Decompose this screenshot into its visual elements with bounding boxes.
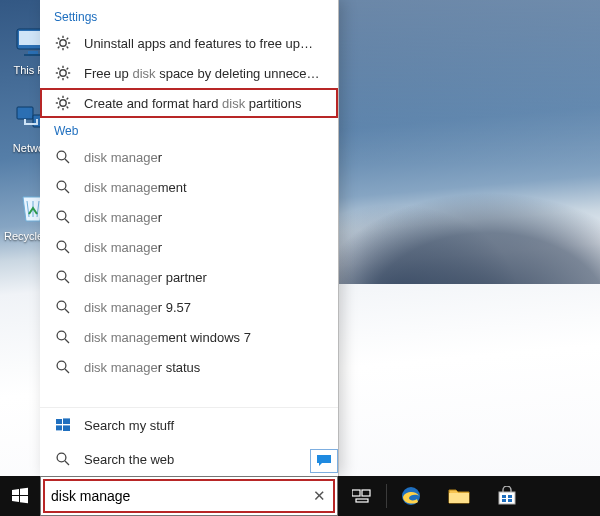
web-result[interactable]: disk manager (40, 232, 338, 262)
svg-point-33 (57, 151, 66, 160)
store-icon (497, 486, 517, 506)
svg-line-23 (58, 77, 60, 79)
search-icon (54, 178, 72, 196)
windows-logo-icon (11, 487, 29, 505)
svg-line-40 (65, 249, 69, 253)
svg-rect-59 (449, 493, 469, 503)
svg-line-42 (65, 279, 69, 283)
task-view-icon (352, 488, 372, 504)
taskbar-task-view[interactable] (338, 476, 386, 516)
taskbar-edge[interactable] (387, 476, 435, 516)
result-label: Uninstall apps and features to free up… (84, 36, 324, 51)
feedback-button[interactable] (310, 449, 338, 473)
web-result[interactable]: disk manager (40, 142, 338, 172)
result-label: disk manager status (84, 360, 324, 375)
search-icon (54, 298, 72, 316)
svg-line-11 (58, 38, 60, 40)
svg-marker-67 (12, 496, 19, 502)
result-label: disk manager (84, 210, 324, 225)
start-button[interactable] (0, 476, 40, 516)
svg-point-37 (57, 211, 66, 220)
search-icon (54, 358, 72, 376)
web-result[interactable]: disk manager 9.57 (40, 292, 338, 322)
gear-icon (54, 64, 72, 82)
results-section-settings: Settings (40, 4, 338, 28)
svg-rect-4 (17, 107, 33, 119)
svg-line-29 (58, 98, 60, 100)
svg-point-45 (57, 331, 66, 340)
result-label: disk manager partner (84, 270, 324, 285)
search-icon (54, 268, 72, 286)
search-my-stuff[interactable]: Search my stuff (40, 408, 338, 442)
svg-rect-61 (502, 495, 506, 498)
start-search-panel: Settings Uninstall apps and features to … (40, 0, 339, 476)
taskbar-file-explorer[interactable] (435, 476, 483, 516)
svg-rect-50 (63, 418, 70, 424)
result-label: disk manager 9.57 (84, 300, 324, 315)
svg-point-35 (57, 181, 66, 190)
svg-line-38 (65, 219, 69, 223)
taskbar-search-box[interactable]: ✕ (40, 476, 338, 516)
svg-point-53 (57, 453, 66, 462)
svg-point-15 (60, 70, 66, 76)
svg-line-13 (67, 38, 69, 40)
gear-icon (54, 94, 72, 112)
result-label: Create and format hard disk partitions (84, 96, 324, 111)
svg-line-48 (65, 369, 69, 373)
result-label: Free up disk space by deleting unnece… (84, 66, 324, 81)
web-result[interactable]: disk manager partner (40, 262, 338, 292)
svg-rect-55 (352, 490, 360, 496)
svg-rect-56 (362, 490, 370, 496)
svg-line-36 (65, 189, 69, 193)
svg-point-47 (57, 361, 66, 370)
search-icon (54, 238, 72, 256)
edge-icon (400, 485, 422, 507)
search-input[interactable] (49, 487, 305, 505)
svg-point-43 (57, 301, 66, 310)
result-label: disk management windows 7 (84, 330, 324, 345)
search-the-web-label: Search the web (84, 452, 324, 467)
svg-rect-49 (56, 419, 62, 424)
results-section-web: Web (40, 118, 338, 142)
result-label: disk manager (84, 150, 324, 165)
settings-result[interactable]: Free up disk space by deleting unnece… (40, 58, 338, 88)
svg-marker-65 (12, 489, 19, 495)
svg-rect-57 (356, 499, 368, 502)
result-label: disk manager (84, 240, 324, 255)
svg-line-20 (58, 68, 60, 70)
web-result[interactable]: disk management windows 7 (40, 322, 338, 352)
svg-marker-68 (20, 496, 28, 503)
svg-rect-64 (508, 499, 512, 502)
result-label: disk management (84, 180, 324, 195)
svg-line-21 (67, 77, 69, 79)
search-icon (54, 148, 72, 166)
settings-result-disk-partitions[interactable]: Create and format hard disk partitions (40, 88, 338, 118)
settings-result[interactable]: Uninstall apps and features to free up… (40, 28, 338, 58)
svg-rect-51 (56, 425, 62, 430)
svg-line-46 (65, 339, 69, 343)
svg-point-41 (57, 271, 66, 280)
svg-rect-63 (502, 499, 506, 502)
svg-line-22 (67, 68, 69, 70)
web-result[interactable]: disk management (40, 172, 338, 202)
search-the-web[interactable]: Search the web (40, 442, 338, 476)
folder-icon (448, 487, 470, 505)
svg-rect-52 (63, 425, 70, 431)
search-my-stuff-label: Search my stuff (84, 418, 324, 433)
web-result[interactable]: disk manager (40, 202, 338, 232)
search-icon (54, 328, 72, 346)
clear-search-button[interactable]: ✕ (305, 482, 333, 510)
svg-line-54 (65, 461, 69, 465)
svg-line-32 (58, 107, 60, 109)
svg-rect-2 (28, 51, 38, 54)
svg-line-44 (65, 309, 69, 313)
svg-line-34 (65, 159, 69, 163)
search-icon (54, 450, 72, 468)
svg-line-14 (58, 47, 60, 49)
svg-line-31 (67, 98, 69, 100)
taskbar-store[interactable] (483, 476, 531, 516)
web-result[interactable]: disk manager status (40, 352, 338, 382)
svg-rect-60 (499, 492, 515, 504)
svg-point-39 (57, 241, 66, 250)
svg-line-12 (67, 47, 69, 49)
